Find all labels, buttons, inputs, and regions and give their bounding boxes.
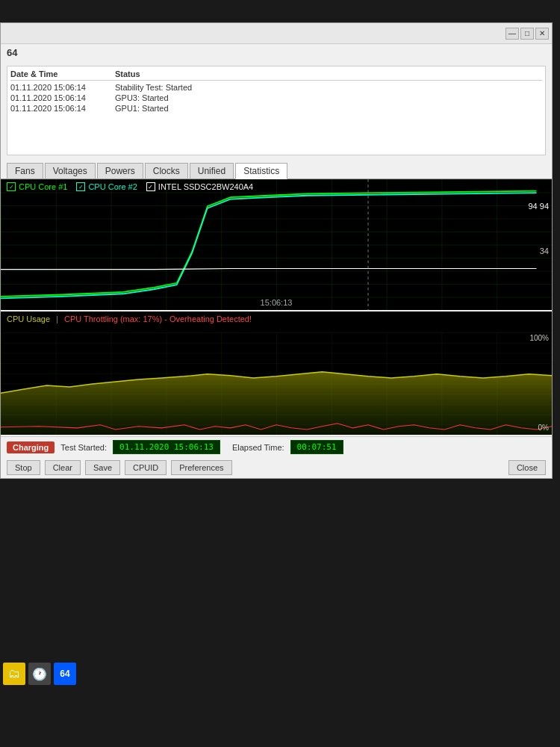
chart-bottom-svg xyxy=(1,332,552,435)
tab-fans[interactable]: Fans xyxy=(7,163,43,179)
save-button[interactable]: Save xyxy=(85,460,120,475)
chart-bottom: CPU Usage | CPU Throttling (max: 17%) - … xyxy=(1,311,552,435)
taskbar: 🗂 🕐 64 xyxy=(0,660,149,687)
chart-bottom-value-100: 100% xyxy=(529,334,549,342)
taskbar-icon-clock[interactable]: 🕐 xyxy=(28,663,51,685)
log-datetime-3: 01.11.2020 15:06:14 xyxy=(10,104,115,113)
chart-bottom-value-0: 0% xyxy=(538,424,549,432)
chart-top-value-high: 94 94 xyxy=(528,202,549,211)
close-main-button[interactable]: Close xyxy=(508,460,546,475)
legend-separator: | xyxy=(56,314,58,323)
legend-cpu-throttling: CPU Throttling (max: 17%) - Overheating … xyxy=(64,314,252,323)
main-window: — □ ✕ 64 Date & Time Status 01.11.2020 1… xyxy=(0,22,553,479)
chart-top: ✓ CPU Core #1 ✓ CPU Core #2 ✓ INTEL SSDS… xyxy=(1,179,552,310)
taskbar-icon-hwinfo[interactable]: 64 xyxy=(54,663,76,685)
elapsed-value: 00:07:51 xyxy=(290,440,343,454)
charging-badge: Charging xyxy=(7,441,55,453)
log-row: 01.11.2020 15:06:14 Stability Test: Star… xyxy=(10,82,542,93)
cpuid-button[interactable]: CPUID xyxy=(125,460,167,475)
tab-bar: Fans Voltages Powers Clocks Unified Stat… xyxy=(1,160,552,179)
maximize-button[interactable]: □ xyxy=(520,28,534,40)
taskbar-icon-files[interactable]: 🗂 xyxy=(3,663,25,685)
svg-rect-2 xyxy=(1,179,552,310)
log-area: Date & Time Status 01.11.2020 15:06:14 S… xyxy=(7,66,546,155)
tab-clocks[interactable]: Clocks xyxy=(145,163,188,179)
legend-cpu-usage: CPU Usage xyxy=(7,314,50,323)
chart-bottom-legend: CPU Usage | CPU Throttling (max: 17%) - … xyxy=(1,311,552,326)
elapsed-label: Elapsed Time: xyxy=(232,443,284,452)
chart-top-time: 15:06:13 xyxy=(261,298,293,307)
test-started-label: Test Started: xyxy=(60,443,107,452)
tab-voltages[interactable]: Voltages xyxy=(45,163,96,179)
log-row: 01.11.2020 15:06:14 GPU1: Started xyxy=(10,103,542,114)
tab-powers[interactable]: Powers xyxy=(97,163,143,179)
window-controls: — □ ✕ xyxy=(505,28,549,40)
clear-button[interactable]: Clear xyxy=(45,460,81,475)
log-col-status-header: Status xyxy=(115,69,542,78)
stop-button[interactable]: Stop xyxy=(7,460,40,475)
close-button[interactable]: ✕ xyxy=(535,28,549,40)
log-status-3: GPU1: Started xyxy=(115,104,542,113)
chart-top-value-mid: 34 xyxy=(540,247,549,255)
preferences-button[interactable]: Preferences xyxy=(171,460,231,475)
log-row: 01.11.2020 15:06:14 GPU3: Started xyxy=(10,93,542,103)
title-bar: — □ ✕ xyxy=(1,23,552,44)
app-title: 64 xyxy=(1,44,552,61)
log-status-2: GPU3: Started xyxy=(115,93,542,102)
log-col-datetime-header: Date & Time xyxy=(10,69,115,78)
tab-statistics[interactable]: Statistics xyxy=(235,163,287,179)
button-bar: Stop Clear Save CPUID Preferences Close xyxy=(1,457,552,478)
test-started-value: 01.11.2020 15:06:13 xyxy=(113,440,220,454)
log-datetime-2: 01.11.2020 15:06:14 xyxy=(10,93,115,102)
log-status-1: Stability Test: Started xyxy=(115,83,542,92)
chart-top-svg xyxy=(1,179,552,310)
log-header: Date & Time Status xyxy=(10,69,542,81)
log-datetime-1: 01.11.2020 15:06:14 xyxy=(10,83,115,92)
status-bar: Charging Test Started: 01.11.2020 15:06:… xyxy=(1,436,552,457)
tab-unified[interactable]: Unified xyxy=(190,163,234,179)
minimize-button[interactable]: — xyxy=(505,28,519,40)
